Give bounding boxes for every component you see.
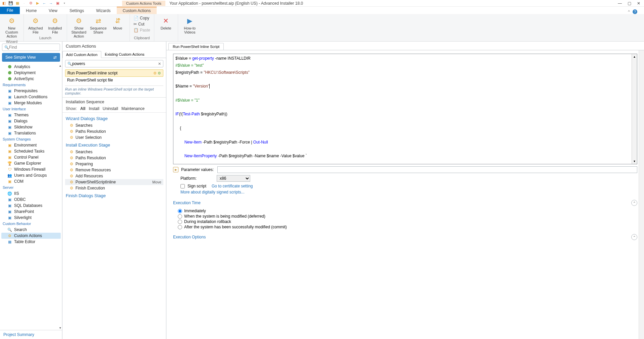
nav-item-environment[interactable]: ▣Environment [1,142,61,148]
maximize-icon[interactable]: ▢ [626,1,633,6]
nav-item-dialogs[interactable]: ▣Dialogs [1,118,61,124]
nav-item-custom-actions[interactable]: ⚙Custom Actions [1,233,61,239]
seq-item[interactable]: ⚙Remove Resources [65,167,163,173]
nav-item-control-panel[interactable]: ▣Control Panel [1,154,61,160]
nav-item-translations[interactable]: ▣Translations [1,130,61,136]
nav-item-windows-firewall[interactable]: 🛡Windows Firewall [1,166,61,172]
copy-button[interactable]: 📄Copy [132,15,151,21]
ca-result-row[interactable]: Run PowerShell inline script ⚙ ⚙ [65,69,163,77]
execution-options-header[interactable]: Execution Options ⌃ [173,230,637,242]
execution-time-header[interactable]: Execution Time ⌃ [173,196,637,208]
radio-deferred[interactable] [178,214,182,219]
platform-select[interactable]: x86 [217,175,250,182]
code-scrollbar[interactable]: ▴▾ [632,54,637,164]
tab-custom-actions[interactable]: Custom Actions [117,7,157,14]
nav-item-merge-modules[interactable]: ▣Merge Modules [1,100,61,106]
seq-item[interactable]: ⚙Paths Resolution [65,155,163,161]
seq-item[interactable]: ⚙Searches [65,122,163,128]
scroll-down-icon[interactable]: ▾ [58,326,62,330]
nav-item-prerequisites[interactable]: ▣Prerequisites [1,88,61,94]
installed-file-button[interactable]: ⚙ Installed File [45,15,65,35]
nav-item-iis[interactable]: 🌐IIS [1,190,61,196]
tab-wizards[interactable]: Wizards [90,7,117,14]
exec-time-option[interactable]: Immediately [178,209,637,213]
nav-item-scheduled-tasks[interactable]: ▣Scheduled Tasks [1,148,61,154]
scroll-up-icon[interactable]: ▴ [58,64,62,68]
chevron-up-icon[interactable]: ⌃ [631,200,637,206]
how-to-videos-button[interactable]: ▶ How-to Videos [180,15,200,35]
show-standard-action-button[interactable]: ⚙ Show Standard Action [69,15,89,39]
attached-file-button[interactable]: ⚙ Attached File [26,15,45,35]
ribbon-collapse-icon[interactable]: ^ [628,9,630,14]
detail-tab[interactable]: Run PowerShell Inline Script [168,43,224,50]
cut-button[interactable]: ✂Cut [132,21,151,27]
qat-debug-icon[interactable]: ▣ [55,1,60,6]
nav-item-game-explorer[interactable]: 🏆Game Explorer [1,160,61,166]
cert-settings-link[interactable]: Go to certificate setting [212,184,253,188]
minimize-icon[interactable]: — [616,1,623,6]
move-label[interactable]: Move [152,180,161,184]
seq-item[interactable]: ⚙User Selection [65,134,163,140]
play-icon[interactable]: ▶ [173,167,178,172]
close-icon[interactable]: ✕ [635,1,642,6]
nav-item-launch-conditions[interactable]: ▣Launch Conditions [1,94,61,100]
stage-install[interactable]: Install Execution Stage [65,140,163,149]
tab-file[interactable]: File [0,7,20,14]
qat-build-icon[interactable]: ▦ [15,1,20,6]
more-signed-scripts-link[interactable]: More about digitally signed scripts... [180,190,245,194]
param-values-input[interactable] [217,166,637,173]
nav-item-search[interactable]: 🔍Search [1,227,61,233]
paste-button[interactable]: 📋Paste [132,27,151,33]
tab-settings[interactable]: Settings [63,7,90,14]
filter-all[interactable]: All [80,106,85,111]
ribbon-help-icon[interactable]: ? [633,9,637,14]
filter-maintenance[interactable]: Maintenance [121,106,145,111]
scroll-up-icon[interactable]: ▴ [632,54,637,59]
nav-item-activesync[interactable]: ActiveSync [1,76,61,82]
nav-item-sql[interactable]: ▣SQL Databases [1,203,61,209]
qat-run-icon[interactable]: ⚙ [28,1,34,6]
find-box[interactable]: 🔍 [2,44,60,51]
delete-button[interactable]: ✕ Delete [156,15,176,35]
filter-install[interactable]: Install [89,106,99,111]
chevron-up-icon[interactable]: ⌃ [631,234,637,240]
seq-item-selected[interactable]: ⚙PowerShellScriptInlineMove [65,179,163,185]
qat-new-icon[interactable]: ◧ [1,1,7,6]
gear-icon[interactable]: ⚙ [153,71,157,75]
qat-play-icon[interactable]: ▶ [35,1,40,6]
seq-item[interactable]: ⚙Finish Execution [65,185,163,191]
tab-add-custom-action[interactable]: Add Custom Action [62,51,101,58]
sign-script-checkbox[interactable] [180,184,185,188]
nav-item-deployment[interactable]: Deployment [1,70,61,76]
qat-fwd-icon[interactable]: → [48,1,54,6]
exec-time-option[interactable]: When the system is being modified (defer… [178,214,637,219]
clear-icon[interactable]: ✕ [158,62,161,66]
seq-item[interactable]: ⚙Searches [65,149,163,155]
stage-finish[interactable]: Finish Dialogs Stage [65,191,163,200]
qat-back-icon[interactable]: ← [42,1,47,6]
nav-item-slideshow[interactable]: ▣Slideshow [1,124,61,130]
exec-time-option[interactable]: After the system has been successfully m… [178,225,637,229]
filter-uninstall[interactable]: Uninstall [103,106,118,111]
find-input[interactable] [9,45,59,50]
tab-home[interactable]: Home [20,7,43,14]
script-editor[interactable]: $Value = get-property -name INSTALLDIR #… [173,54,637,164]
nav-item-table-editor[interactable]: ▦Table Editor [1,239,61,245]
scroll-down-icon[interactable]: ▾ [632,159,637,164]
nav-item-sharepoint[interactable]: ▣SharePoint [1,209,61,215]
nav-item-com[interactable]: ▣COM [1,178,61,184]
stage-wizard[interactable]: Wizard Dialogs Stage [65,114,163,122]
ca-result-row[interactable]: Run PowerShell script file [65,77,163,83]
details-scrollbar[interactable] [639,50,644,339]
nav-item-analytics[interactable]: Analytics [1,64,61,70]
radio-rollback[interactable] [178,220,182,224]
exec-time-option[interactable]: During installation rollback [178,219,637,224]
qat-save-icon[interactable]: 💾 [8,1,13,6]
ca-search-box[interactable]: 🔍 ✕ [65,60,163,67]
tab-view[interactable]: View [43,7,63,14]
new-custom-action-button[interactable]: ⚙ New Custom Action [2,15,21,39]
tab-existing-custom-actions[interactable]: Existing Custom Actions [101,51,148,58]
nav-item-odbc[interactable]: ▣ODBC [1,196,61,203]
nav-item-themes[interactable]: ▣Themes [1,112,61,118]
nav-item-silverlight[interactable]: ▣Silverlight [1,215,61,221]
